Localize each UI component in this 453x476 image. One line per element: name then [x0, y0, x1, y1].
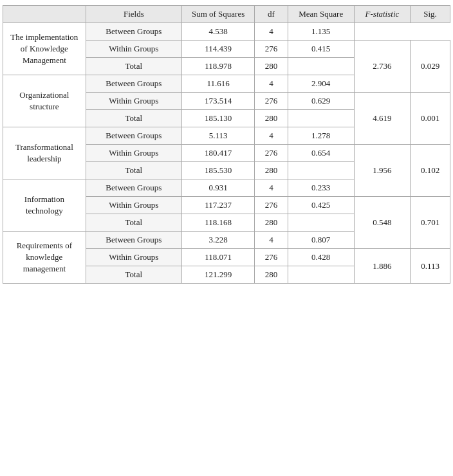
- header-sum-squares-label: Sum of Squares: [192, 9, 245, 19]
- mean-square-cell: 1.135: [288, 23, 354, 41]
- df-cell: 276: [255, 41, 288, 58]
- field-cell: Total: [86, 266, 181, 284]
- mean-square-cell: 1.278: [288, 127, 354, 145]
- sum-squares-cell: 118.168: [181, 214, 254, 232]
- field-cell: Total: [86, 110, 181, 127]
- mean-square-cell: [288, 58, 354, 75]
- sum-squares-cell: 117.237: [181, 197, 254, 214]
- mean-square-cell: 0.629: [288, 93, 354, 110]
- mean-square-cell: 2.904: [288, 75, 354, 93]
- section-label-1: Organizational structure: [3, 75, 86, 127]
- header-sig: Sig.: [411, 6, 450, 23]
- df-cell: 280: [255, 214, 288, 232]
- df-cell: 4: [255, 75, 288, 93]
- sig-cell: 0.701: [411, 197, 450, 249]
- sum-squares-cell: 121.299: [181, 266, 254, 284]
- field-cell: Between Groups: [86, 179, 181, 197]
- sum-squares-cell: 173.514: [181, 93, 254, 110]
- header-mean-square: Mean Square: [288, 6, 354, 23]
- f-statistic-cell: 4.619: [354, 93, 411, 145]
- sum-squares-cell: 11.616: [181, 75, 254, 93]
- section-label-2: Transformational leadership: [3, 127, 86, 179]
- field-cell: Between Groups: [86, 232, 181, 249]
- df-cell: 280: [255, 266, 288, 284]
- mean-square-cell: 0.233: [288, 179, 354, 197]
- sig-cell: 0.113: [411, 249, 450, 284]
- field-cell: Within Groups: [86, 249, 181, 266]
- header-sum-squares: Sum of Squares: [181, 6, 254, 23]
- df-cell: 276: [255, 93, 288, 110]
- sig-cell: 0.001: [411, 93, 450, 145]
- df-cell: 4: [255, 232, 288, 249]
- field-cell: Total: [86, 214, 181, 232]
- field-cell: Between Groups: [86, 75, 181, 93]
- df-cell: 280: [255, 162, 288, 179]
- field-cell: Within Groups: [86, 145, 181, 162]
- mean-square-cell: [288, 266, 354, 284]
- sum-squares-cell: 3.228: [181, 232, 254, 249]
- field-cell: Between Groups: [86, 23, 181, 41]
- section-label-0: The implementation of Knowledge Manageme…: [3, 23, 86, 75]
- sig-cell: 0.102: [411, 145, 450, 197]
- sum-squares-cell: 185.130: [181, 110, 254, 127]
- header-df-label: df: [268, 9, 275, 19]
- header-f-label: F-statistic: [365, 9, 400, 19]
- df-cell: 4: [255, 23, 288, 41]
- field-cell: Within Groups: [86, 93, 181, 110]
- f-statistic-cell: 1.886: [354, 249, 411, 284]
- mean-square-cell: 0.807: [288, 232, 354, 249]
- df-cell: 4: [255, 179, 288, 197]
- mean-square-cell: 0.425: [288, 197, 354, 214]
- field-cell: Within Groups: [86, 197, 181, 214]
- mean-square-cell: 0.415: [288, 41, 354, 58]
- sig-cell: 0.029: [411, 41, 450, 93]
- header-empty: [3, 6, 86, 23]
- header-sig-label: Sig.: [423, 9, 437, 19]
- df-cell: 280: [255, 58, 288, 75]
- df-cell: 4: [255, 127, 288, 145]
- header-fields: Fields: [86, 6, 181, 23]
- field-cell: Between Groups: [86, 127, 181, 145]
- df-cell: 276: [255, 145, 288, 162]
- sum-squares-cell: 4.538: [181, 23, 254, 41]
- df-cell: 276: [255, 249, 288, 266]
- sum-squares-cell: 180.417: [181, 145, 254, 162]
- header-fields-label: Fields: [124, 9, 144, 19]
- field-cell: Total: [86, 162, 181, 179]
- sum-squares-cell: 185.530: [181, 162, 254, 179]
- f-statistic-cell: 2.736: [354, 41, 411, 93]
- header-f-statistic: F-statistic: [354, 6, 411, 23]
- field-cell: Total: [86, 58, 181, 75]
- sum-squares-cell: 114.439: [181, 41, 254, 58]
- section-label-3: Information technology: [3, 179, 86, 232]
- table-wrapper: Fields Sum of Squares df Mean Square F-s…: [0, 0, 453, 289]
- mean-square-cell: [288, 214, 354, 232]
- df-cell: 280: [255, 110, 288, 127]
- df-cell: 276: [255, 197, 288, 214]
- sum-squares-cell: 5.113: [181, 127, 254, 145]
- f-statistic-cell: 0.548: [354, 197, 411, 249]
- sum-squares-cell: 0.931: [181, 179, 254, 197]
- mean-square-cell: [288, 162, 354, 179]
- mean-square-cell: 0.428: [288, 249, 354, 266]
- anova-table: Fields Sum of Squares df Mean Square F-s…: [3, 5, 450, 284]
- mean-square-cell: [288, 110, 354, 127]
- section-label-4: Requirements of knowledge management: [3, 232, 86, 284]
- field-cell: Within Groups: [86, 41, 181, 58]
- header-df: df: [255, 6, 288, 23]
- sum-squares-cell: 118.071: [181, 249, 254, 266]
- f-statistic-cell: 1.956: [354, 145, 411, 197]
- header-mean-square-label: Mean Square: [299, 9, 343, 19]
- sum-squares-cell: 118.978: [181, 58, 254, 75]
- mean-square-cell: 0.654: [288, 145, 354, 162]
